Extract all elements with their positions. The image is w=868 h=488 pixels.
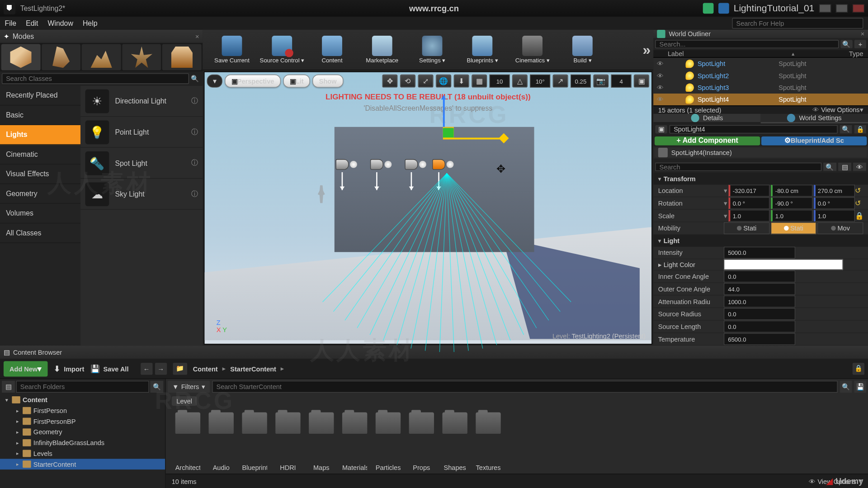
- asset-folder[interactable]: [275, 413, 300, 434]
- category-basic[interactable]: Basic: [0, 105, 80, 125]
- attenuation-input[interactable]: 1000.0: [724, 296, 795, 307]
- outer-cone-input[interactable]: 44.0: [724, 283, 795, 295]
- lock-path-icon[interactable]: 🔒: [853, 362, 864, 374]
- rotation-z-input[interactable]: 0.0 °: [814, 197, 855, 209]
- outliner-row[interactable]: 👁SpotLight3SpotLight: [653, 82, 868, 94]
- menu-window[interactable]: Window: [48, 19, 73, 27]
- scale-y-input[interactable]: 1.0: [771, 210, 812, 221]
- place-item-spot-light[interactable]: 🔦Spot Lightⓘ: [80, 148, 203, 179]
- toolbar-overflow-icon[interactable]: »: [643, 42, 651, 58]
- lit-button[interactable]: ▣ Lit: [283, 75, 310, 88]
- category-lights[interactable]: Lights: [0, 125, 80, 145]
- save-all-button[interactable]: 💾 Save All: [90, 364, 129, 373]
- light-category[interactable]: ▾Light: [653, 235, 868, 247]
- asset-folder[interactable]: [409, 413, 434, 434]
- grid-snap-button[interactable]: ▦: [472, 75, 487, 88]
- search-classes-input[interactable]: [2, 73, 189, 84]
- scale-snap-button[interactable]: ↗: [552, 75, 568, 88]
- folder-infinitybladegrasslands[interactable]: ▸InfinityBladeGrassLands: [0, 437, 165, 448]
- asset-folder[interactable]: [442, 413, 467, 434]
- folder-content[interactable]: ▾Content: [0, 394, 165, 405]
- location-x-input[interactable]: -320.017: [728, 185, 769, 197]
- category-cinematic[interactable]: Cinematic: [0, 145, 80, 164]
- maximize-viewport-button[interactable]: ▣: [634, 75, 649, 88]
- content-button[interactable]: Content: [307, 32, 356, 68]
- rotation-x-input[interactable]: 0.0 °: [728, 197, 769, 209]
- maximize-button[interactable]: [836, 4, 848, 12]
- search-help-input[interactable]: [732, 18, 863, 29]
- category-all-classes[interactable]: All Classes: [0, 224, 80, 244]
- location-z-input[interactable]: 270.0 cm: [814, 185, 855, 197]
- save-button[interactable]: Save Current: [208, 32, 256, 68]
- filter-tag[interactable]: Level: [172, 396, 197, 406]
- close-tab-icon[interactable]: ×: [861, 30, 864, 38]
- visibility-icon[interactable]: 👁: [657, 96, 665, 103]
- place-item-point-light[interactable]: 💡Point Lightⓘ: [80, 117, 203, 148]
- details-tab[interactable]: Details: [653, 114, 760, 123]
- geometry-mode-tab[interactable]: [162, 44, 201, 70]
- surface-snap-button[interactable]: ⬇: [454, 75, 469, 88]
- foliage-mode-tab[interactable]: [122, 44, 161, 70]
- search-assets-input[interactable]: [212, 381, 838, 393]
- scale-x-input[interactable]: 1.0: [728, 210, 769, 221]
- grid-snap-value[interactable]: 10: [490, 75, 510, 88]
- location-y-input[interactable]: -80.0 cm: [771, 185, 812, 197]
- intensity-input[interactable]: 5000.0: [724, 247, 795, 258]
- spotlight-actor[interactable]: [405, 159, 423, 174]
- settings-button[interactable]: Settings ▾: [408, 32, 457, 68]
- save-search-icon[interactable]: 💾: [854, 381, 866, 393]
- source-icon[interactable]: [718, 3, 729, 14]
- back-button[interactable]: ←: [141, 362, 152, 374]
- folder-firstpersonbp[interactable]: ▸FirstPersonBP: [0, 416, 165, 427]
- browse-icon[interactable]: 🔍: [840, 125, 852, 133]
- paint-mode-tab[interactable]: [42, 44, 80, 70]
- coord-space-button[interactable]: 🌐: [436, 75, 451, 88]
- camera-speed-value[interactable]: 4: [611, 75, 632, 88]
- reset-icon[interactable]: ↺: [855, 187, 863, 195]
- messages-icon[interactable]: [703, 3, 713, 14]
- eye-icon[interactable]: 👁: [853, 163, 866, 171]
- transform-category[interactable]: ▾Transform: [653, 173, 868, 184]
- search-icon[interactable]: 🔍: [840, 381, 852, 393]
- reset-icon[interactable]: ↺: [855, 199, 863, 207]
- landscape-mode-tab[interactable]: [82, 44, 121, 70]
- search-icon[interactable]: 🔍: [840, 40, 852, 48]
- temperature-input[interactable]: 6500.0: [724, 333, 795, 345]
- market-button[interactable]: Marketplace: [358, 32, 406, 68]
- lock-scale-icon[interactable]: 🔒: [855, 211, 863, 220]
- info-icon[interactable]: ⓘ: [191, 97, 198, 106]
- bp-button[interactable]: Blueprints ▾: [458, 32, 507, 68]
- menu-help[interactable]: Help: [83, 19, 98, 27]
- search-icon[interactable]: 🔍: [150, 381, 163, 393]
- asset-folder[interactable]: [309, 413, 334, 434]
- rotation-y-input[interactable]: -90.0 °: [771, 197, 812, 209]
- viewport[interactable]: ▾ ▣ Perspective ▣ Lit Show ✥ ⟲ ⤢ 🌐 ⬇ ▦ 1…: [204, 71, 652, 344]
- info-icon[interactable]: ⓘ: [191, 127, 198, 136]
- outliner-search-input[interactable]: [655, 40, 839, 48]
- folder-firstperson[interactable]: ▸FirstPerson: [0, 405, 165, 416]
- source-radius-input[interactable]: 0.0: [724, 308, 795, 320]
- search-folders-input[interactable]: [16, 381, 149, 393]
- spotlight-actor[interactable]: [335, 159, 354, 174]
- add-actor-icon[interactable]: +: [854, 40, 866, 48]
- asset-folder[interactable]: [476, 413, 500, 434]
- outliner-row[interactable]: 👁SpotLightSpotLight: [653, 58, 868, 70]
- visibility-icon[interactable]: 👁: [657, 60, 665, 67]
- folder-startercontent[interactable]: ▸StarterContent: [0, 459, 165, 469]
- folder-levels[interactable]: ▸Levels: [0, 448, 165, 459]
- asset-folder[interactable]: [209, 413, 234, 434]
- asset-folder[interactable]: [175, 413, 200, 434]
- light-color-swatch[interactable]: [724, 259, 843, 270]
- filters-button[interactable]: ▼ Filters ▾: [168, 381, 210, 393]
- visibility-icon[interactable]: 👁: [657, 72, 665, 80]
- category-visual-effects[interactable]: Visual Effects: [0, 164, 80, 184]
- sources-toggle-icon[interactable]: ▤: [2, 381, 15, 393]
- close-tab-icon[interactable]: ×: [195, 33, 199, 40]
- scene-3d[interactable]: ✥: [204, 72, 651, 344]
- world-settings-tab[interactable]: World Settings: [761, 114, 868, 123]
- search-icon[interactable]: 🔍: [189, 73, 201, 84]
- mobility-movable[interactable]: Mov: [817, 222, 863, 234]
- translate-tool-button[interactable]: ✥: [382, 75, 397, 88]
- outliner-columns[interactable]: Label ▲ Type: [653, 50, 868, 58]
- blueprint-edit-button[interactable]: ⚙ Blueprint/Add Sc: [761, 136, 867, 145]
